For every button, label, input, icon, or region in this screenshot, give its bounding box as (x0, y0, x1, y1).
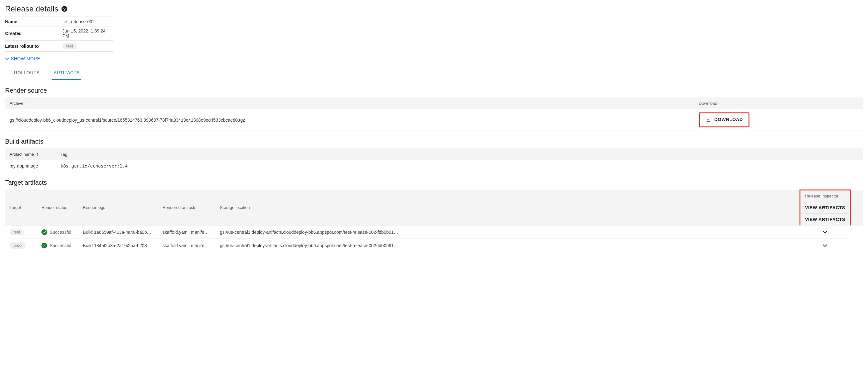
help-icon[interactable]: ? (62, 6, 67, 12)
build-artifacts-table: Artifact name ↑ Tag my-app-image k8s.gcr… (5, 149, 863, 172)
render-logs: Build 1a6659af-413a-4a40-ba0b… (79, 225, 158, 239)
storage-location: gs://us-central1.deploy-artifacts.cloudd… (215, 225, 800, 239)
rendered-artifacts: skaffold.yaml, manife… (158, 239, 215, 252)
archive-path: gs://clouddeploy-bb6_clouddeploy_us-cent… (5, 109, 694, 131)
detail-label-name: Name (5, 19, 62, 24)
check-circle-icon (41, 243, 47, 248)
detail-value-latest: test (62, 43, 77, 50)
rendered-artifacts: skaffold.yaml, manife… (158, 225, 215, 239)
col-tag: Tag (56, 149, 863, 160)
col-rendered-artifacts: Rendered artifacts (158, 190, 215, 225)
render-source-table: Archive ↑ Download gs://clouddeploy-bb6_… (5, 97, 863, 131)
tab-rollouts[interactable]: ROLLOUTS (13, 67, 41, 80)
render-logs: Build 184af2b3-e2a1-425a-b208… (79, 239, 158, 252)
download-icon (706, 117, 711, 122)
show-more-label: SHOW MORE (11, 56, 40, 61)
col-render-logs: Render logs (79, 190, 158, 225)
target-chip: prod (9, 242, 26, 249)
target-chip-cell: prod (5, 239, 37, 252)
page-title: Release details (5, 4, 58, 13)
expand-row-button[interactable] (800, 225, 850, 239)
download-label: DOWNLOAD (714, 117, 743, 122)
download-cell: DOWNLOAD (694, 109, 863, 131)
detail-row-name: Name test-release-002 (5, 17, 114, 26)
section-title-target-artifacts: Target artifacts (5, 179, 863, 186)
detail-row-latest: Latest rollout to test (5, 41, 114, 52)
release-details-table: Name test-release-002 Created Jun 15, 20… (5, 17, 114, 52)
show-more-button[interactable]: SHOW MORE (5, 52, 40, 67)
view-artifacts-button[interactable]: VIEW ARTIFACTS (805, 205, 845, 210)
target-chip-cell: test (5, 225, 37, 239)
table-row: test Successful Build 1a6659af-413a-4a40… (5, 225, 863, 239)
col-target: Target (5, 190, 37, 225)
sort-up-icon: ↑ (36, 152, 38, 157)
col-render-status: Render status (37, 190, 79, 225)
table-row: prod Successful Build 184af2b3-e2a1-425a… (5, 239, 863, 252)
col-storage-location: Storage location (215, 190, 800, 225)
col-expand (850, 190, 863, 225)
chevron-down-icon (5, 56, 9, 61)
check-circle-icon (41, 229, 47, 235)
col-release-inspector: Release Inspector VIEW ARTIFACTS VIEW AR… (800, 190, 850, 225)
status-label: Successful (50, 243, 71, 248)
detail-value-name: test-release-002 (62, 19, 95, 24)
download-button[interactable]: DOWNLOAD (706, 117, 743, 122)
detail-row-created: Created Jun 15, 2022, 1:39:24 PM (5, 26, 114, 41)
detail-label-created: Created (5, 31, 62, 36)
render-status-cell: Successful (37, 239, 79, 252)
tab-artifacts[interactable]: ARTIFACTS (52, 67, 81, 80)
render-status-cell: Successful (37, 225, 79, 239)
sort-up-icon: ↑ (26, 101, 28, 106)
status-label: Successful (50, 230, 71, 235)
artifact-tag: k8s.gcr.io/echoserver:1.4 (56, 160, 863, 172)
target-chip: test (9, 229, 24, 235)
target-artifacts-table: Target Render status Render logs Rendere… (5, 189, 863, 252)
detail-value-created: Jun 15, 2022, 1:39:24 PM (62, 28, 114, 38)
artifact-name: my-app-image (5, 160, 56, 172)
latest-rollout-chip: test (62, 43, 77, 50)
download-highlight: DOWNLOAD (699, 113, 750, 127)
tabs-bar: ROLLOUTS ARTIFACTS (5, 67, 863, 80)
section-title-build-artifacts: Build artifacts (5, 138, 863, 145)
col-artifact-name[interactable]: Artifact name ↑ (5, 149, 56, 160)
page-header: Release details ? (5, 0, 863, 17)
expand-row-button[interactable] (800, 239, 850, 252)
storage-location: gs://us-central1.deploy-artifacts.cloudd… (215, 239, 800, 252)
detail-label-latest: Latest rollout to (5, 44, 62, 49)
view-artifacts-button[interactable]: VIEW ARTIFACTS (805, 217, 845, 222)
render-source-row: gs://clouddeploy-bb6_clouddeploy_us-cent… (5, 109, 863, 131)
section-title-render-source: Render source (5, 87, 863, 94)
col-download: Download (694, 97, 863, 109)
table-row: my-app-image k8s.gcr.io/echoserver:1.4 (5, 160, 863, 172)
col-archive[interactable]: Archive ↑ (5, 97, 694, 109)
